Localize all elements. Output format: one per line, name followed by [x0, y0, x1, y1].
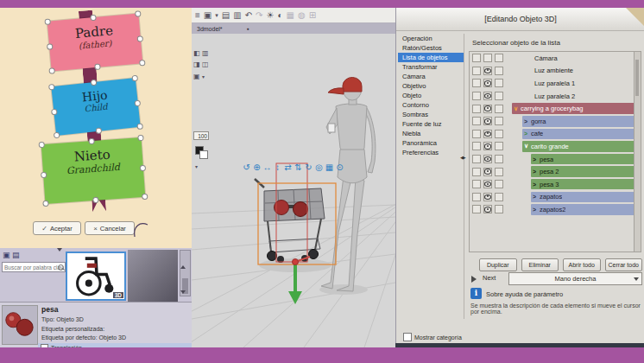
cancel-button[interactable]: × Cancelar — [85, 221, 135, 235]
settings-icon[interactable]: ⊞ — [309, 9, 316, 22]
chevron-down-icon[interactable]: ▾ — [195, 163, 198, 169]
next-label[interactable]: Next — [483, 274, 496, 282]
tree-row[interactable]: > pesa 2 — [470, 165, 641, 178]
visibility-toggle[interactable] — [483, 180, 492, 188]
tree-row[interactable]: > cafe — [470, 128, 641, 141]
y-axis-arrowhead[interactable] — [288, 291, 302, 304]
tree-node[interactable]: ∨ carrying a grocerybag — [512, 103, 635, 114]
move-vertical-icon[interactable]: ↕ — [273, 162, 282, 173]
tool-dropdown-icon[interactable]: ▾ — [215, 9, 218, 22]
expand-arrow-icon[interactable]: > — [533, 194, 540, 200]
chevron-down-icon[interactable]: ▾ — [202, 73, 205, 80]
tree-row[interactable]: Luz paralela 2 — [470, 90, 641, 103]
visibility-toggle[interactable] — [483, 67, 492, 75]
selection-handle[interactable] — [91, 80, 98, 86]
splitter-toggle[interactable]: ◀▶ — [460, 155, 465, 160]
materials-scrollbar[interactable] — [180, 250, 191, 296]
tree-row[interactable]: > gorra — [470, 115, 641, 128]
material-slot[interactable] — [472, 142, 481, 150]
canvas-artwork-panel[interactable]: Padre (father) Hijo Child Nieto Grandchi… — [0, 8, 193, 248]
mannequin-figure[interactable] — [321, 80, 376, 291]
tree-node[interactable]: > gorra — [522, 116, 635, 127]
selection-handle[interactable] — [135, 10, 142, 17]
nav-item[interactable]: Niebla — [398, 129, 464, 138]
material-slot[interactable] — [472, 193, 481, 201]
expand-arrow-icon[interactable]: > — [533, 169, 540, 175]
visibility-toggle[interactable] — [483, 105, 492, 113]
selection-handle[interactable] — [137, 135, 143, 141]
tree-node-label[interactable]: Cámara — [534, 54, 558, 62]
tree-node[interactable]: ∨ carito grande — [522, 141, 635, 152]
tree-row[interactable]: > zapatos2 — [470, 203, 641, 216]
nav-item[interactable]: Objeto — [398, 91, 464, 100]
tree-node[interactable]: > cafe — [522, 129, 635, 140]
light-source-icon[interactable]: ☀ — [267, 9, 275, 22]
grid-view-icon[interactable]: ▤ — [12, 251, 20, 259]
selection-handle[interactable] — [39, 142, 45, 148]
shopping-cart[interactable] — [255, 179, 325, 263]
expand-arrow-icon[interactable]: > — [533, 207, 540, 213]
select-checkbox[interactable] — [495, 142, 503, 150]
nav-item[interactable]: Fuente de luz — [398, 119, 464, 129]
nav-item-selected[interactable]: Lista de objetos — [398, 53, 464, 62]
material-slot[interactable] — [472, 105, 481, 113]
edit-tool-icon[interactable]: ▣ — [204, 9, 212, 22]
search-input[interactable] — [2, 262, 66, 272]
selected-material-thumbnail[interactable] — [2, 305, 38, 345]
select-checkbox[interactable] — [495, 130, 503, 138]
pan-view-icon[interactable]: ▥ — [202, 49, 209, 57]
selection-handle[interactable] — [96, 127, 103, 134]
scrollbar-up-icon[interactable] — [180, 251, 186, 269]
tree-node-label[interactable]: Luz paralela 2 — [534, 92, 575, 100]
shading-icon[interactable]: ◐ — [277, 9, 282, 22]
export-icon[interactable]: ▥ — [233, 9, 241, 22]
tree-row[interactable]: > zapatos — [470, 191, 641, 204]
expand-arrow-icon[interactable]: > — [524, 118, 531, 124]
material-slot[interactable] — [472, 205, 481, 213]
checkbox[interactable] — [403, 333, 412, 341]
visibility-toggle[interactable] — [483, 79, 492, 87]
menu-icon[interactable]: ≡ — [195, 9, 200, 22]
gizmo-origin[interactable] — [293, 259, 299, 265]
redo-icon[interactable]: ↷ — [256, 9, 262, 22]
visibility-toggle[interactable] — [483, 142, 492, 150]
translation-row[interactable]: Translación — [38, 343, 192, 347]
selection-handle[interactable] — [137, 35, 144, 42]
document-tab[interactable]: 3dmodel* — [197, 26, 223, 32]
select-checkbox[interactable] — [495, 117, 503, 125]
expand-arrow-icon[interactable]: > — [533, 182, 540, 188]
camera-pan-icon[interactable]: ⊕ — [252, 162, 262, 173]
coffee-cup[interactable] — [328, 124, 335, 132]
import-icon[interactable]: ▤ — [222, 9, 230, 22]
expand-arrow-icon[interactable]: > — [533, 156, 540, 162]
select-checkbox[interactable] — [495, 168, 503, 176]
tree-node-label[interactable]: Luz ambiente — [534, 67, 573, 74]
undo-icon[interactable]: ↶ — [245, 9, 252, 22]
visibility-toggle[interactable] — [483, 54, 492, 62]
select-checkbox[interactable] — [495, 193, 503, 201]
visibility-toggle[interactable] — [483, 168, 492, 176]
select-checkbox[interactable] — [495, 205, 503, 213]
hand-select-dropdown[interactable]: Mano derecha — [508, 272, 642, 285]
selection-handle[interactable] — [139, 60, 146, 67]
grid-icon[interactable]: ▦ — [287, 9, 294, 22]
material-slot[interactable] — [472, 67, 481, 75]
move-horizontal-icon[interactable]: ↔ — [262, 162, 272, 173]
tree-row[interactable]: Cámara — [470, 52, 641, 65]
selection-handle[interactable] — [90, 15, 97, 22]
select-checkbox[interactable] — [495, 155, 503, 163]
delete-button[interactable]: Eliminar — [521, 258, 559, 271]
tree-box-child[interactable]: Hijo Child — [51, 78, 140, 136]
nav-item[interactable]: Preferencias — [398, 148, 464, 157]
nav-item[interactable]: Contorno — [398, 100, 464, 110]
camera-orbit-icon[interactable]: ↺ — [242, 162, 251, 173]
tree-box-father[interactable]: Padre (father) — [47, 13, 143, 71]
selection-handle[interactable] — [92, 197, 98, 203]
snap-ground-icon[interactable]: ◎ — [314, 162, 324, 173]
expand-arrow-icon[interactable]: ∨ — [524, 143, 531, 150]
red-cap[interactable] — [328, 77, 362, 94]
selection-handle[interactable] — [51, 108, 58, 115]
texture-icon[interactable]: ◍ — [298, 9, 306, 22]
show-category-option[interactable]: Mostrar categoría — [403, 333, 462, 341]
material-slot[interactable] — [472, 180, 481, 188]
